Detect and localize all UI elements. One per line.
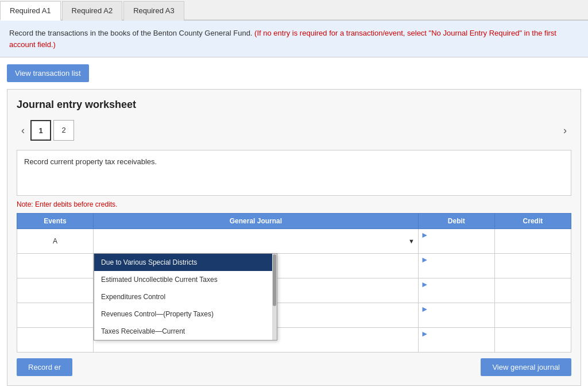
tab-required-a2[interactable]: Required A2 — [62, 1, 123, 21]
debit-input-4[interactable] — [421, 313, 492, 326]
worksheet-container: Journal entry worksheet ‹ 1 2 › Record c… — [7, 89, 581, 386]
debit-input-1[interactable] — [421, 239, 492, 252]
credit-input-5[interactable] — [497, 334, 568, 346]
tab-required-a1[interactable]: Required A1 — [0, 1, 61, 21]
credit-input-4[interactable] — [497, 309, 568, 322]
credit-input-2[interactable] — [497, 260, 568, 272]
event-cell-2 — [17, 254, 94, 278]
debit-cell-5[interactable]: ► — [418, 328, 494, 353]
credit-cell-2[interactable] — [494, 254, 571, 278]
credit-input-3[interactable] — [497, 284, 568, 297]
credit-cell-1[interactable] — [494, 229, 571, 254]
debit-arrow-4: ► — [421, 304, 429, 313]
description-box: Record current property tax receivables. — [17, 150, 571, 196]
prev-page-button[interactable]: ‹ — [17, 122, 29, 139]
account-dropdown-menu: Due to Various Special Districts Estimat… — [94, 253, 277, 340]
dropdown-scrollbar[interactable] — [272, 254, 277, 340]
debit-arrow-3: ► — [421, 280, 429, 289]
debit-arrow-2: ► — [421, 255, 429, 264]
account-cell-1[interactable]: ▼ Due to Various Special Districts Estim… — [94, 229, 419, 254]
col-header-general-journal: General Journal — [94, 214, 419, 229]
account-input-1[interactable] — [96, 235, 407, 247]
debit-input-5[interactable] — [421, 338, 492, 351]
debit-cell-1[interactable]: ► — [418, 229, 494, 254]
description-text: Record current property tax receivables. — [24, 157, 157, 166]
info-text-plain: Record the transactions in the books of … — [9, 29, 252, 37]
worksheet-title: Journal entry worksheet — [17, 99, 571, 111]
page-1-button[interactable]: 1 — [30, 120, 51, 141]
debit-cell-3[interactable]: ► — [418, 278, 494, 303]
event-cell-4 — [17, 303, 94, 328]
dropdown-item-4[interactable]: Taxes Receivable—Current — [94, 323, 277, 340]
col-header-credit: Credit — [494, 214, 571, 229]
dropdown-item-3[interactable]: Revenues Control—(Property Taxes) — [94, 305, 277, 323]
debit-input-2[interactable] — [421, 264, 492, 277]
bottom-buttons: Record er View general journal — [17, 358, 571, 376]
credit-cell-4[interactable] — [494, 303, 571, 328]
debit-arrow-1: ► — [421, 230, 429, 239]
col-header-debit: Debit — [418, 214, 494, 229]
dropdown-item-1[interactable]: Estimated Uncollectible Current Taxes — [94, 271, 277, 288]
info-banner: Record the transactions in the books of … — [0, 21, 588, 57]
credit-cell-5[interactable] — [494, 328, 571, 353]
tab-required-a3[interactable]: Required A3 — [123, 1, 184, 21]
dropdown-item-2[interactable]: Expenditures Control — [94, 288, 277, 305]
debit-input-3[interactable] — [421, 289, 492, 301]
event-cell-5 — [17, 328, 94, 353]
dropdown-scroll-thumb — [273, 254, 276, 306]
debit-arrow-5: ► — [421, 329, 429, 338]
pagination: ‹ 1 2 › — [17, 120, 571, 141]
event-cell-a: A — [17, 229, 94, 254]
credit-cell-3[interactable] — [494, 278, 571, 303]
next-page-button[interactable]: › — [559, 122, 571, 139]
credit-input-1[interactable] — [497, 235, 568, 247]
table-row: A ▼ Due to Various Special Districts Est… — [17, 229, 571, 254]
debit-cell-4[interactable]: ► — [418, 303, 494, 328]
view-general-journal-button[interactable]: View general journal — [481, 358, 571, 376]
dropdown-item-0[interactable]: Due to Various Special Districts — [94, 254, 277, 271]
dropdown-arrow-1[interactable]: ▼ — [407, 238, 416, 245]
view-transaction-button[interactable]: View transaction list — [7, 64, 89, 82]
record-entry-button[interactable]: Record er — [17, 358, 72, 376]
debit-cell-2[interactable]: ► — [418, 254, 494, 278]
col-header-events: Events — [17, 214, 94, 229]
tabs-container: Required A1 Required A2 Required A3 — [0, 0, 588, 21]
note-text: Note: Enter debits before credits. — [17, 200, 571, 208]
page-2-button[interactable]: 2 — [53, 120, 74, 141]
event-cell-3 — [17, 278, 94, 303]
journal-table: Events General Journal Debit Credit A ▼ — [17, 213, 571, 353]
journal-table-wrapper: Events General Journal Debit Credit A ▼ — [17, 213, 571, 353]
